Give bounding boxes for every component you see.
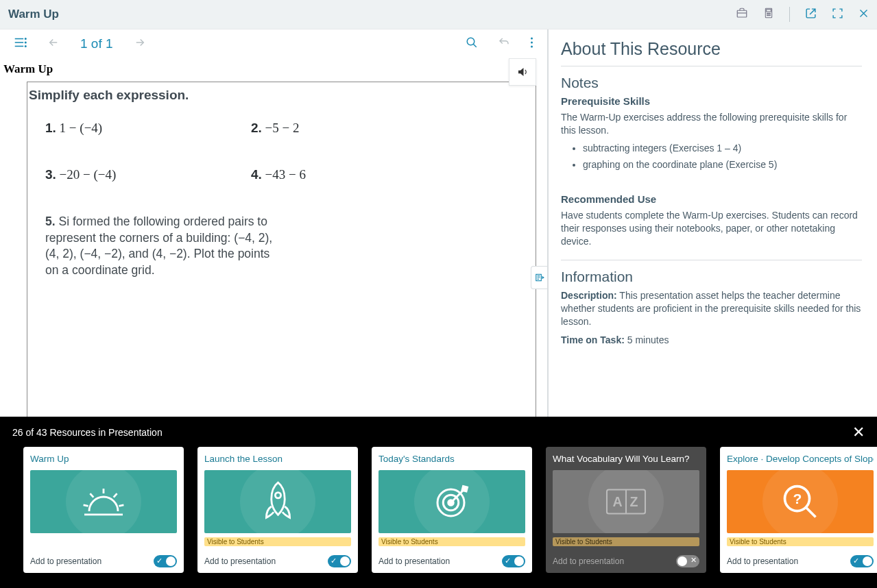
target-icon — [379, 470, 525, 533]
panel-toggle[interactable] — [531, 266, 547, 289]
search-icon[interactable] — [466, 36, 478, 51]
toolbar: 1 of 1 — [0, 29, 547, 58]
svg-rect-0 — [737, 10, 747, 17]
sun-icon — [30, 470, 177, 533]
list-item: graphing on the coordinate plane (Exerci… — [583, 159, 862, 170]
tray-count: 26 of 43 Resources in Presentation — [12, 427, 163, 438]
add-label: Add to presentation — [553, 556, 624, 566]
svg-point-5 — [769, 13, 770, 14]
svg-rect-2 — [767, 10, 771, 12]
svg-line-33 — [806, 508, 816, 517]
recuse-heading: Recommended Use — [561, 193, 862, 205]
svg-line-18 — [90, 493, 93, 498]
svg-text:Z: Z — [630, 494, 638, 509]
recuse-text: Have students complete the Warm-Up exerc… — [561, 209, 862, 248]
popout-icon[interactable] — [805, 8, 817, 22]
page-indicator: 1 of 1 — [80, 36, 113, 51]
svg-text:A: A — [612, 494, 622, 509]
resource-tray: 26 of 43 Resources in Presentation ✕ War… — [0, 417, 877, 588]
svg-point-12 — [467, 38, 474, 45]
svg-point-15 — [531, 46, 533, 48]
tray-close-icon[interactable]: ✕ — [852, 424, 865, 441]
topbar-icons — [736, 7, 869, 22]
toolbar-left: 1 of 1 — [14, 36, 147, 52]
notes-heading: Notes — [561, 75, 862, 91]
prereq-text: The Warm-Up exercises address the follow… — [561, 111, 862, 137]
svg-point-4 — [768, 13, 769, 14]
card-title: Explore · Develop Concepts of Slope — [727, 454, 874, 465]
visible-badge: Visible to Students — [553, 537, 699, 546]
card-title: What Vocabulary Will You Learn? — [553, 454, 699, 465]
svg-point-3 — [767, 13, 767, 14]
problem-1: 1. 1 − (−4) — [45, 121, 224, 136]
about-heading: About This Resource — [561, 39, 862, 66]
resource-card[interactable]: What Vocabulary Will You Learn?AZVisible… — [546, 447, 706, 573]
content-title: Warm Up — [3, 62, 544, 76]
problem-3: 3. −20 − (−4) — [45, 167, 224, 182]
more-icon[interactable] — [530, 36, 533, 51]
resource-card[interactable]: Today's StandardsVisible to StudentsAdd … — [372, 447, 532, 573]
description: Description: This presentation asset hel… — [561, 289, 862, 328]
fullscreen-icon[interactable] — [832, 8, 843, 22]
card-footer: Add to presentation✕ — [553, 555, 699, 567]
svg-line-19 — [114, 493, 117, 498]
svg-point-9 — [25, 38, 27, 40]
prereq-list: subtracting integers (Exercises 1 – 4) g… — [583, 143, 862, 170]
time-on-task: Time on Task: 5 minutes — [561, 334, 862, 347]
divider — [561, 260, 862, 260]
left-pane: 1 of 1 Warm Up — [0, 29, 549, 417]
audio-button[interactable] — [509, 58, 536, 86]
next-page-button[interactable] — [132, 36, 147, 52]
top-bar: Warm Up — [0, 0, 877, 29]
add-label: Add to presentation — [204, 556, 276, 566]
az-icon: AZ — [553, 470, 699, 533]
add-label: Add to presentation — [379, 556, 450, 566]
card-title: Warm Up — [30, 454, 177, 465]
add-toggle[interactable]: ✕ — [676, 555, 699, 567]
prev-page-button[interactable] — [46, 36, 61, 52]
card-footer: Add to presentation✓ — [379, 555, 525, 567]
problem-2: 2. −5 − 2 — [251, 121, 429, 136]
svg-point-7 — [768, 15, 769, 16]
add-toggle[interactable]: ✓ — [154, 555, 177, 567]
add-label: Add to presentation — [30, 556, 101, 566]
calculator-icon[interactable] — [763, 7, 774, 22]
problem-5: 5. Si formed the following ordered pairs… — [45, 214, 278, 279]
undo-icon[interactable] — [497, 36, 511, 52]
resource-card[interactable]: Explore · Develop Concepts of Slope?Visi… — [720, 447, 877, 573]
add-label: Add to presentation — [727, 556, 798, 566]
card-footer: Add to presentation✓ — [30, 555, 177, 567]
rocket-icon — [204, 470, 351, 533]
instruction: Simplify each expression. — [27, 82, 536, 107]
close-icon[interactable] — [858, 8, 869, 21]
toolbar-right — [466, 36, 533, 52]
prereq-heading: Prerequisite Skills — [561, 95, 862, 107]
card-strip[interactable]: Warm UpAdd to presentation✓Launch the Le… — [0, 447, 877, 573]
svg-point-10 — [25, 42, 27, 43]
svg-point-8 — [769, 15, 770, 16]
content-area: Warm Up Simplify each expression. 1. 1 −… — [0, 58, 547, 417]
add-toggle[interactable]: ✓ — [850, 555, 874, 567]
svg-point-14 — [531, 42, 533, 44]
svg-point-6 — [767, 15, 767, 16]
right-pane: About This Resource Notes Prerequisite S… — [549, 29, 877, 417]
visible-badge: Visible to Students — [379, 537, 525, 546]
menu-icon[interactable] — [14, 38, 27, 50]
divider — [789, 7, 790, 22]
svg-point-23 — [275, 492, 280, 498]
card-title: Launch the Lesson — [204, 454, 351, 465]
visible-badge: Visible to Students — [204, 537, 351, 546]
page-title: Warm Up — [8, 8, 59, 21]
resource-card[interactable]: Launch the LessonVisible to StudentsAdd … — [197, 447, 358, 573]
card-footer: Add to presentation✓ — [727, 555, 874, 567]
question-icon: ? — [727, 470, 874, 533]
svg-point-13 — [531, 38, 533, 40]
add-toggle[interactable]: ✓ — [328, 555, 351, 567]
briefcase-icon[interactable] — [736, 7, 748, 22]
list-item: subtracting integers (Exercises 1 – 4) — [583, 143, 862, 154]
main-area: 1 of 1 Warm Up — [0, 29, 877, 417]
svg-line-21 — [119, 505, 123, 506]
resource-card[interactable]: Warm UpAdd to presentation✓ — [23, 447, 184, 573]
visible-badge: Visible to Students — [727, 537, 874, 546]
add-toggle[interactable]: ✓ — [502, 555, 525, 567]
